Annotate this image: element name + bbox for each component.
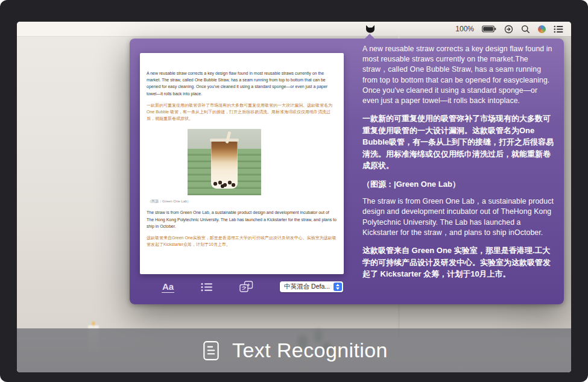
popover-arrow bbox=[364, 34, 375, 39]
app-menubar-icon[interactable] bbox=[364, 23, 376, 34]
bat-app-icon bbox=[365, 25, 376, 33]
doc-paragraph-en-2: The straw is from Green One Lab, a susta… bbox=[147, 209, 337, 230]
banner-title: Text Recognition bbox=[232, 339, 388, 362]
input-source-globe-icon[interactable] bbox=[538, 25, 546, 33]
language-mode-value: 中英混合 Defa... bbox=[284, 283, 330, 291]
recognized-paragraph-zh-1: 一款新的可重复使用的吸管弥补了市场现有的大多数可重复使用吸管的一大设计漏洞。这款… bbox=[362, 113, 554, 172]
recognized-paragraph-en-2: The straw is from Green One Lab，a sustai… bbox=[362, 196, 554, 238]
document-scan-icon bbox=[200, 340, 222, 362]
menu-bar: 100% bbox=[17, 22, 571, 36]
window-toolbar: Aa bbox=[140, 274, 354, 304]
bubble-tea-cup bbox=[211, 140, 238, 189]
list-icon bbox=[201, 283, 213, 292]
text-recognition-banner: Text Recognition bbox=[17, 328, 571, 372]
desktop: 100% bbox=[17, 22, 571, 372]
doc-paragraph-zh-2: 这款吸管来自Green One实验室，那里是香港理工大学的可持续产品设计及研发中… bbox=[147, 234, 337, 248]
doc-paragraph-en-1: A new reusable straw corrects a key desi… bbox=[147, 70, 337, 97]
recognized-paragraph-zh-2: 这款吸管来自 Green One 实验室，那里是香港理.工大学的可持续产品设计及… bbox=[362, 245, 554, 280]
language-mode-dropdown[interactable]: 中英混合 Defa... bbox=[280, 281, 343, 292]
list-view-button[interactable] bbox=[201, 283, 213, 292]
translate-icon bbox=[239, 281, 253, 293]
doc-paragraph-zh-1: 一款新的可重复使用的吸管弥补了市场现有的大多数可重复使用吸管的一大设计漏洞。这款… bbox=[147, 102, 337, 122]
recognized-paragraph-en-1: A new reusable straw corrects a key desi… bbox=[362, 44, 554, 106]
recognized-caption: （图源：|Green One Lab） bbox=[362, 178, 554, 190]
text-recognition-popover: A new reusable straw corrects a key desi… bbox=[130, 39, 564, 304]
battery-icon[interactable] bbox=[482, 25, 496, 33]
straw bbox=[226, 131, 232, 144]
doc-image-caption: （图源：Green One Lab） bbox=[148, 199, 337, 204]
device-frame: 100% bbox=[0, 0, 588, 382]
source-pane: A new reusable straw corrects a key desi… bbox=[130, 39, 354, 304]
font-size-label: Aa bbox=[162, 281, 174, 293]
battery-percent-label: 100% bbox=[455, 25, 474, 33]
spotlight-search-icon[interactable] bbox=[521, 25, 530, 34]
font-size-button[interactable]: Aa bbox=[162, 281, 174, 293]
recognized-text-pane: A new reusable straw corrects a key desi… bbox=[354, 39, 564, 304]
status-circle-icon[interactable] bbox=[504, 25, 513, 34]
translate-button[interactable] bbox=[239, 281, 253, 293]
control-list-icon[interactable] bbox=[554, 25, 563, 33]
tapioca-pearls bbox=[211, 179, 238, 189]
source-document-preview: A new reusable straw corrects a key desi… bbox=[140, 53, 344, 274]
bubble-tea-photo bbox=[188, 129, 261, 195]
dropdown-stepper-icon bbox=[334, 283, 342, 291]
